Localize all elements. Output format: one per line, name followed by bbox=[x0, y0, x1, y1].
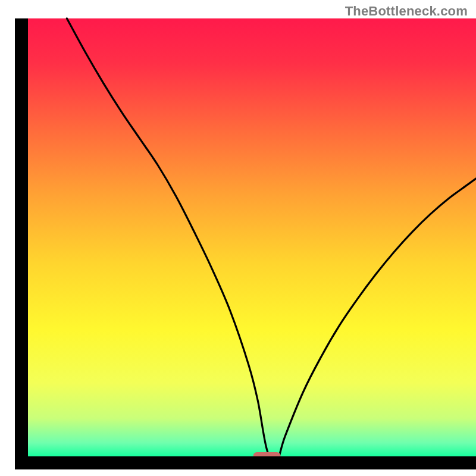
plot-background bbox=[21, 18, 476, 463]
bottleneck-chart bbox=[0, 0, 476, 476]
watermark-text: TheBottleneck.com bbox=[345, 4, 468, 19]
chart-container: TheBottleneck.com bbox=[0, 0, 476, 476]
